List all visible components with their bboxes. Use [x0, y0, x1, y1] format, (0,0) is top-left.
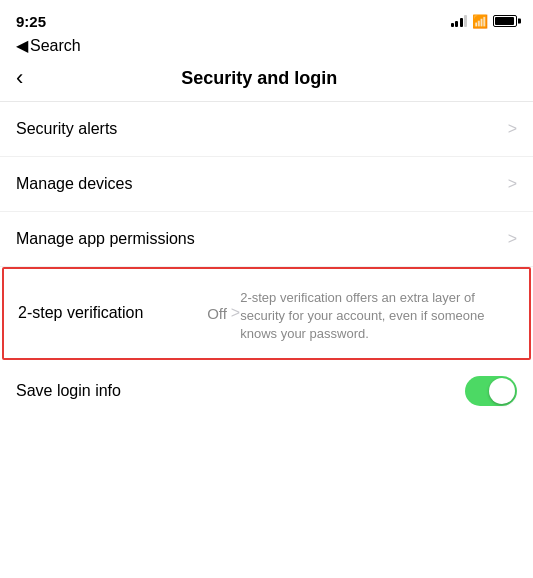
- wifi-icon: 📶: [472, 14, 488, 29]
- menu-item-label: Manage app permissions: [16, 230, 195, 248]
- save-login-label: Save login info: [16, 382, 121, 400]
- chevron-right-icon: >: [508, 120, 517, 138]
- status-icons: 📶: [451, 14, 518, 29]
- save-login-toggle[interactable]: [465, 376, 517, 406]
- menu-item-right: >: [508, 120, 517, 138]
- chevron-right-icon: >: [508, 230, 517, 248]
- page-title: Security and login: [35, 68, 483, 89]
- back-chevron-icon: ◀: [16, 36, 28, 55]
- signal-icon: [451, 15, 468, 27]
- 2step-label: 2-step verification: [18, 304, 143, 322]
- menu-item-label: Security alerts: [16, 120, 117, 138]
- menu-item-security-alerts[interactable]: Security alerts >: [0, 102, 533, 157]
- menu-list: Security alerts > Manage devices > Manag…: [0, 102, 533, 360]
- chevron-right-icon: >: [508, 175, 517, 193]
- toggle-item-save-login: Save login info: [0, 360, 533, 422]
- toggle-knob: [489, 378, 515, 404]
- page-header: ‹ Security and login: [0, 59, 533, 102]
- chevron-right-icon: >: [231, 304, 240, 322]
- status-bar: 9:25 📶: [0, 0, 533, 36]
- menu-item-2step-top: 2-step verification Off >: [18, 304, 240, 322]
- header-back-button[interactable]: ‹: [16, 67, 35, 89]
- battery-icon: [493, 15, 517, 27]
- menu-item-right: >: [508, 175, 517, 193]
- 2step-description: 2-step verification offers an extra laye…: [240, 289, 515, 344]
- menu-item-2step-verification[interactable]: 2-step verification Off > 2-step verific…: [2, 267, 531, 360]
- back-nav[interactable]: ◀ Search: [0, 36, 533, 59]
- menu-item-label: Manage devices: [16, 175, 133, 193]
- 2step-value: Off: [207, 305, 227, 322]
- status-time: 9:25: [16, 13, 46, 30]
- menu-item-right: >: [508, 230, 517, 248]
- back-nav-label: Search: [30, 37, 81, 55]
- menu-item-right: Off >: [207, 304, 240, 322]
- menu-item-manage-devices[interactable]: Manage devices >: [0, 157, 533, 212]
- menu-item-manage-app-permissions[interactable]: Manage app permissions >: [0, 212, 533, 267]
